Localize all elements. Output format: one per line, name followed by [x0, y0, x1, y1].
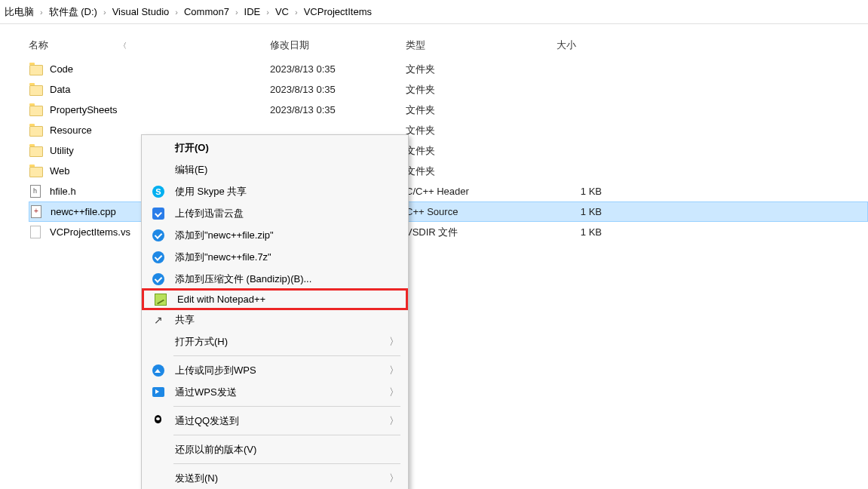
menu-item-label: 通过WPS发送	[175, 386, 389, 399]
menu-item[interactable]: 添加到压缩文件 (Bandizip)(B)...	[142, 268, 408, 290]
file-type: 文件夹	[406, 83, 557, 97]
file-type: C/C++ Header	[406, 186, 557, 197]
folder-icon	[29, 103, 42, 117]
file-date: 2023/8/13 0:35	[270, 104, 406, 115]
file-date: 2023/8/13 0:35	[270, 63, 406, 75]
menu-item[interactable]: Edit with Notepad++	[142, 288, 408, 310]
skype-icon: S	[151, 184, 166, 199]
file-type: 文件夹	[406, 165, 557, 178]
folder-icon	[29, 124, 42, 137]
submenu-arrow-icon: 〉	[389, 386, 399, 399]
menu-item[interactable]: 通过WPS发送〉	[142, 381, 408, 403]
menu-item-label: 打开方式(H)	[175, 335, 389, 349]
menu-item-label: 添加到"newc++file.7z"	[175, 251, 399, 264]
chevron-right-icon: ›	[173, 8, 179, 17]
breadcrumb-segment[interactable]: VCProjectItems	[299, 6, 376, 17]
breadcrumb-segment[interactable]: Visual Studio	[108, 6, 174, 17]
menu-separator	[173, 435, 400, 435]
menu-item-label: 使用 Skype 共享	[175, 185, 399, 198]
file-row[interactable]: Data2023/8/13 0:35文件夹	[29, 79, 868, 100]
menu-item-label: 上传到迅雷云盘	[175, 207, 399, 220]
menu-item-label: 共享	[175, 313, 399, 327]
menu-item[interactable]: 打开方式(H)〉	[142, 331, 408, 352]
blank-icon	[151, 140, 166, 155]
blank-icon	[151, 162, 166, 177]
submenu-arrow-icon: 〉	[389, 472, 399, 485]
file-date: 2023/8/13 0:35	[270, 84, 406, 95]
menu-separator	[173, 406, 400, 407]
menu-item[interactable]: 打开(O)	[142, 137, 408, 158]
xunlei-icon	[151, 206, 166, 221]
file-type: 文件夹	[406, 63, 557, 76]
menu-item-label: 上传或同步到WPS	[175, 364, 389, 377]
column-headers: 名称 〈 修改日期 类型 大小	[0, 32, 868, 59]
bandizip-icon	[151, 228, 166, 243]
file-type: 文件夹	[406, 124, 557, 137]
column-name[interactable]: 名称 〈	[29, 38, 270, 52]
qq-icon	[151, 414, 166, 429]
submenu-arrow-icon: 〉	[389, 414, 399, 428]
bandizip-icon	[151, 272, 166, 287]
breadcrumb-segment[interactable]: 比电脑	[0, 5, 38, 19]
submenu-arrow-icon: 〉	[389, 364, 399, 377]
file-row[interactable]: PropertySheets2023/8/13 0:35文件夹	[29, 100, 868, 120]
menu-item[interactable]: ↗共享	[142, 309, 408, 331]
breadcrumb-segment[interactable]: Common7	[179, 6, 234, 17]
menu-item-label: 发送到(N)	[175, 472, 389, 485]
breadcrumb-segment[interactable]: IDE	[240, 6, 265, 17]
menu-separator	[173, 355, 400, 356]
file-row[interactable]: Code2023/8/13 0:35文件夹	[29, 59, 868, 79]
cpp-file-icon	[29, 205, 43, 219]
file-type: C++ Source	[406, 206, 557, 217]
menu-item[interactable]: 通过QQ发送到〉	[142, 410, 408, 432]
file-type: 文件夹	[406, 103, 557, 117]
share-icon: ↗	[151, 312, 166, 328]
blank-icon	[151, 471, 166, 486]
menu-item[interactable]: 添加到"newc++file.zip"	[142, 224, 408, 246]
chevron-right-icon: ›	[293, 8, 299, 17]
folder-icon	[29, 63, 42, 76]
context-menu: 打开(O)编辑(E)S使用 Skype 共享上传到迅雷云盘添加到"newc++f…	[141, 134, 409, 489]
menu-item[interactable]: 编辑(E)	[142, 158, 408, 180]
menu-item[interactable]: 还原以前的版本(V)	[142, 438, 408, 460]
folder-icon	[29, 165, 42, 178]
file-name: Data	[50, 84, 270, 95]
breadcrumb-segment[interactable]: 软件盘 (D:)	[44, 5, 102, 19]
menu-item[interactable]: 上传到迅雷云盘	[142, 202, 408, 224]
folder-icon	[29, 144, 42, 158]
menu-item-label: 还原以前的版本(V)	[175, 443, 399, 457]
file-icon	[29, 226, 42, 239]
column-date[interactable]: 修改日期	[270, 38, 406, 52]
left-edge	[0, 60, 3, 196]
file-size: 1 KB	[557, 226, 602, 238]
menu-item[interactable]: S使用 Skype 共享	[142, 180, 408, 202]
file-type: VSDIR 文件	[406, 226, 557, 239]
menu-separator	[173, 463, 400, 464]
menu-item-label: Edit with Notepad++	[177, 294, 397, 305]
submenu-arrow-icon: 〉	[389, 335, 399, 349]
column-name-label: 名称	[29, 39, 48, 51]
file-name: Code	[50, 63, 270, 75]
breadcrumb-segment[interactable]: VC	[271, 6, 293, 17]
menu-item-label: 添加到压缩文件 (Bandizip)(B)...	[175, 272, 399, 286]
blank-icon	[151, 442, 166, 457]
blank-icon	[151, 334, 166, 349]
menu-item-label: 编辑(E)	[175, 163, 399, 177]
header-file-icon	[29, 185, 42, 198]
file-name: PropertySheets	[50, 104, 270, 115]
sort-indicator-icon: 〈	[119, 42, 127, 50]
file-size: 1 KB	[557, 186, 602, 197]
wps-send-icon	[151, 385, 166, 400]
column-size[interactable]: 大小	[557, 38, 632, 52]
menu-item-label: 通过QQ发送到	[175, 414, 389, 428]
menu-item-label: 添加到"newc++file.zip"	[175, 229, 399, 242]
breadcrumb[interactable]: 比电脑›软件盘 (D:)›Visual Studio›Common7›IDE›V…	[0, 0, 868, 24]
chevron-right-icon: ›	[102, 8, 108, 17]
chevron-right-icon: ›	[234, 8, 240, 17]
menu-item[interactable]: 添加到"newc++file.7z"	[142, 246, 408, 268]
column-type[interactable]: 类型	[406, 38, 557, 52]
menu-item[interactable]: 上传或同步到WPS〉	[142, 359, 408, 381]
menu-item[interactable]: 发送到(N)〉	[142, 467, 408, 489]
file-list: Code2023/8/13 0:35文件夹Data2023/8/13 0:35文…	[0, 59, 868, 242]
notepadpp-icon	[153, 292, 168, 307]
